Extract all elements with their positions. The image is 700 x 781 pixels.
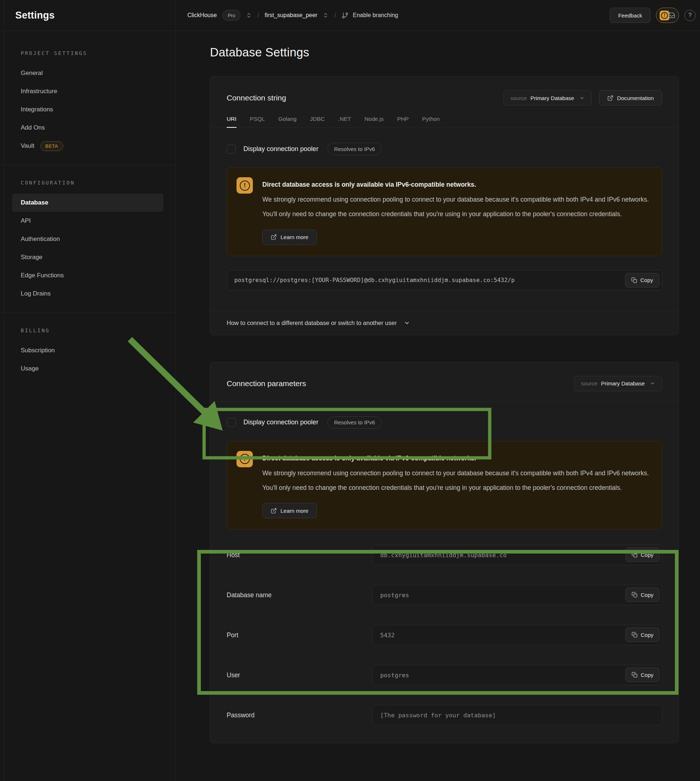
chevrons-up-down-icon[interactable] [323, 12, 328, 18]
display-connection-pooler-row: Display connection pooler Resolves to IP… [227, 138, 662, 160]
password-input[interactable] [373, 705, 662, 725]
sidebar-item-general[interactable]: General [12, 64, 163, 82]
copy-icon [632, 632, 637, 637]
port-input[interactable] [373, 625, 662, 645]
user-label: User [227, 671, 373, 679]
tab-nodejs[interactable]: Node.js [365, 116, 384, 128]
documentation-button[interactable]: Documentation [599, 90, 662, 105]
page-title: Database Settings [210, 45, 679, 59]
window-left-border [3, 0, 4, 781]
port-label: Port [227, 631, 373, 639]
git-branch-icon [342, 12, 348, 19]
copy-label: Copy [641, 592, 653, 598]
display-connection-pooler-checkbox[interactable] [227, 418, 236, 427]
display-connection-pooler-label: Display connection pooler [243, 145, 318, 153]
learn-more-button[interactable]: Learn more [262, 503, 317, 518]
beta-badge: BETA [40, 141, 63, 151]
copy-user-button[interactable]: Copy [625, 668, 660, 682]
tab-psql[interactable]: PSQL [250, 116, 265, 128]
chevron-down-icon [650, 380, 655, 386]
database-name-input[interactable] [373, 585, 662, 605]
copy-icon [632, 552, 637, 557]
source-dropdown[interactable]: source Primary Database [503, 90, 592, 105]
port-field-row: Port Copy [227, 625, 662, 645]
sidebar-divider [0, 313, 175, 313]
org-name[interactable]: ClickHouse [187, 12, 217, 18]
section-title-configuration: CONFIGURATION [12, 180, 163, 185]
resolves-to-ipv6-badge: Resolves to IPv6 [327, 143, 382, 155]
copy-database-name-button[interactable]: Copy [625, 587, 660, 602]
app-title: Settings [15, 10, 55, 21]
sidebar-item-authentication[interactable]: Authentication [12, 230, 163, 248]
how-to-connect-expander[interactable]: How to connect to a different database o… [210, 311, 678, 335]
connection-string-tabs: URI PSQL Golang JDBC .NET Node.js PHP Py… [227, 116, 662, 128]
tab-jdbc[interactable]: JDBC [310, 116, 325, 128]
connection-uri-field: postgresql://postgres:[YOUR-PASSWORD]@db… [227, 270, 662, 290]
copy-label: Copy [640, 277, 653, 283]
tab-python[interactable]: Python [422, 116, 440, 128]
ipv6-warning-callout: ! Direct database access is only availab… [227, 441, 662, 530]
sidebar-item-log-drains[interactable]: Log Drains [12, 285, 163, 303]
source-label: source [510, 95, 527, 101]
display-connection-pooler-label: Display connection pooler [243, 419, 318, 426]
sidebar-item-integrations[interactable]: Integrations [12, 100, 163, 118]
password-label: Password [227, 711, 373, 719]
copy-port-button[interactable]: Copy [625, 627, 660, 642]
database-name-label: Database name [227, 591, 373, 599]
enable-branching-button[interactable]: Enable branching [342, 12, 398, 19]
sidebar-item-storage[interactable]: Storage [12, 248, 163, 266]
connection-parameter-fields: Host Copy Database name [227, 545, 662, 743]
tab-php[interactable]: PHP [397, 116, 408, 128]
sidebar-item-subscription[interactable]: Subscription [12, 341, 163, 360]
expander-label: How to connect to a different database o… [227, 320, 397, 327]
sidebar-item-edge-functions[interactable]: Edge Functions [12, 266, 163, 285]
copy-icon [632, 672, 637, 678]
learn-more-label: Learn more [280, 508, 308, 514]
inbox-icon [668, 12, 675, 19]
sidebar-item-vault[interactable]: Vault BETA [12, 137, 163, 155]
warning-icon: ! [237, 451, 253, 467]
tab-golang[interactable]: Golang [278, 116, 297, 128]
plan-badge: Pro [222, 10, 240, 21]
sidebar-item-infrastructure[interactable]: Infrastructure [12, 82, 163, 100]
copy-label: Copy [641, 552, 653, 558]
main-content: Database Settings Connection string sour… [176, 31, 700, 781]
tab-uri[interactable]: URI [227, 116, 237, 128]
sidebar-item-add-ons[interactable]: Add Ons [12, 118, 163, 137]
tab-dotnet[interactable]: .NET [338, 116, 351, 128]
external-link-icon [271, 234, 277, 240]
warning-body: We strongly recommend using connection p… [262, 466, 651, 495]
user-input[interactable] [373, 665, 662, 685]
notifications-button[interactable]: ! [656, 8, 679, 23]
help-button[interactable]: ? [684, 10, 696, 21]
sidebar-item-api[interactable]: API [12, 212, 163, 230]
project-name[interactable]: first_supabase_peer [265, 12, 317, 18]
copy-host-button[interactable]: Copy [625, 547, 660, 562]
section-title-project-settings: PROJECT SETTINGS [12, 50, 163, 56]
copy-uri-button[interactable]: Copy [625, 273, 659, 287]
chevron-down-icon [579, 95, 585, 101]
external-link-icon [607, 95, 613, 101]
source-label: source [581, 380, 597, 387]
documentation-label: Documentation [617, 95, 654, 101]
source-dropdown[interactable]: source Primary Database [574, 376, 662, 391]
display-connection-pooler-checkbox[interactable] [227, 145, 236, 154]
host-input[interactable] [373, 545, 662, 565]
chevrons-up-down-icon[interactable] [246, 12, 252, 18]
connection-uri-value[interactable]: postgresql://postgres:[YOUR-PASSWORD]@db… [227, 277, 616, 284]
connection-parameters-card: Connection parameters source Primary Dat… [210, 362, 679, 744]
display-connection-pooler-row: Display connection pooler Resolves to IP… [227, 411, 662, 434]
sidebar-item-database[interactable]: Database [12, 194, 163, 212]
source-value: Primary Database [530, 95, 574, 101]
sidebar-item-usage[interactable]: Usage [12, 360, 163, 378]
connection-string-card: Connection string source Primary Databas… [210, 76, 679, 335]
host-field-row: Host Copy [227, 545, 662, 565]
copy-icon [632, 592, 637, 597]
warning-icon: ! [237, 177, 253, 194]
learn-more-label: Learn more [280, 234, 308, 240]
feedback-button[interactable]: Feedback [610, 8, 650, 23]
warning-title: Direct database access is only available… [262, 177, 651, 189]
learn-more-button[interactable]: Learn more [262, 230, 317, 245]
header-title-section: Settings [0, 0, 176, 30]
external-link-icon [271, 508, 277, 514]
